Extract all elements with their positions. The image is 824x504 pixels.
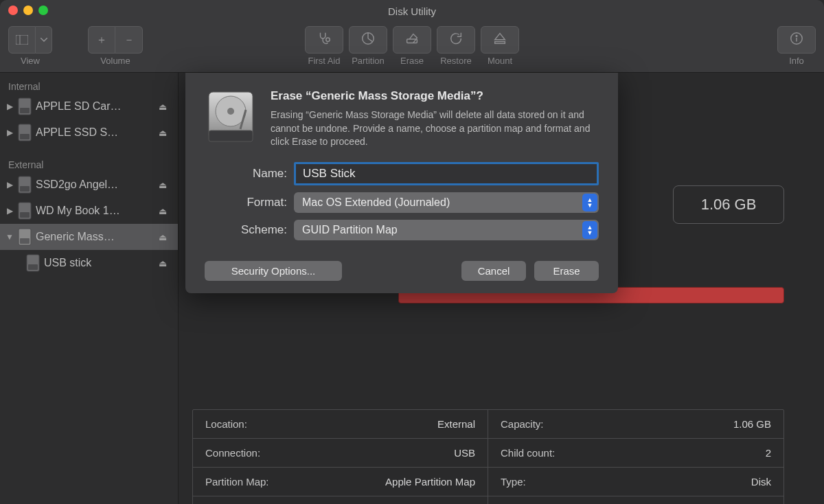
minus-icon: － <box>124 33 135 47</box>
info-key: Partition Map: <box>205 476 269 488</box>
info-row-location: Location: External <box>193 410 488 439</box>
format-value: Mac OS Extended (Journaled) <box>302 196 450 209</box>
eject-icon[interactable]: ⏏ <box>159 180 171 190</box>
info-button[interactable] <box>777 26 816 54</box>
format-label: Format: <box>205 196 294 209</box>
sidebar-header-external: External <box>0 155 178 172</box>
erase-confirm-button[interactable]: Erase <box>534 261 599 281</box>
sidebar-item-usb-stick[interactable]: USB stick ⏏ <box>0 250 178 276</box>
svg-rect-24 <box>209 130 253 141</box>
partition-button[interactable] <box>349 26 387 54</box>
sidebar-item-ssd2go[interactable]: ▶ SSD2go Angel… ⏏ <box>0 172 178 198</box>
svg-rect-16 <box>20 212 30 218</box>
plus-icon: ＋ <box>96 33 107 47</box>
main: Internal ▶ APPLE SD Car… ⏏ ▶ APPLE SSD S… <box>0 73 824 504</box>
scheme-value: GUID Partition Map <box>302 224 398 236</box>
capacity-pill: 1.06 GB <box>673 185 784 224</box>
sidebar-item-label: USB stick <box>44 257 154 269</box>
info-val: 1.06 GB <box>733 418 771 430</box>
chevron-down-icon[interactable]: ▼ <box>5 232 14 242</box>
external-disk-icon <box>18 202 32 220</box>
remove-volume-button[interactable]: － <box>115 26 143 54</box>
mount-button[interactable] <box>481 26 519 54</box>
sidebar-item-label: Generic Mass… <box>36 231 154 243</box>
info-row-partition-map: Partition Map: Apple Partition Map <box>193 468 488 496</box>
security-options-button[interactable]: Security Options... <box>205 261 342 281</box>
updown-chevron-icon: ▲▼ <box>582 221 597 239</box>
chevron-right-icon[interactable]: ▶ <box>5 128 14 137</box>
svg-rect-14 <box>20 186 30 192</box>
first-aid-label: First Aid <box>308 56 341 66</box>
eject-icon[interactable]: ⏏ <box>159 258 171 268</box>
svg-rect-18 <box>20 238 30 244</box>
view-button[interactable] <box>8 26 52 54</box>
eject-icon[interactable]: ⏏ <box>159 206 171 216</box>
eject-icon[interactable]: ⏏ <box>159 102 171 112</box>
cancel-button[interactable]: Cancel <box>461 261 526 281</box>
info-val: Apple Partition Map <box>385 476 475 488</box>
sidebar-item-apple-sd[interactable]: ▶ APPLE SD Car… ⏏ <box>0 93 178 119</box>
name-input[interactable] <box>294 162 599 185</box>
disk-icon <box>18 124 32 141</box>
format-select[interactable]: Mac OS Extended (Journaled) ▲▼ <box>294 192 599 213</box>
chevron-right-icon[interactable]: ▶ <box>5 180 14 190</box>
info-val: 2 <box>766 447 771 459</box>
info-key: Connection: <box>205 447 260 459</box>
toolbar: View ＋ － Volume First Aid Partition <box>0 22 824 73</box>
volume-segments: ＋ － <box>88 26 143 54</box>
view-dropdown-icon[interactable] <box>36 26 52 54</box>
disk-icon <box>18 98 32 115</box>
info-row-type: Type: Disk <box>488 468 783 496</box>
svg-rect-0 <box>16 35 28 45</box>
info-row-child-count: Child count: 2 <box>488 439 783 468</box>
volume-label: Volume <box>100 56 130 66</box>
close-window-button[interactable] <box>8 5 18 15</box>
info-val: External <box>437 418 475 430</box>
eject-icon[interactable]: ⏏ <box>159 128 171 138</box>
add-volume-button[interactable]: ＋ <box>88 26 115 54</box>
sidebar-item-wdmybook[interactable]: ▶ WD My Book 1… ⏏ <box>0 198 178 224</box>
svg-rect-10 <box>20 108 30 113</box>
info-row-smart: SMART status: Not Supported <box>193 496 488 504</box>
erase-icon <box>404 31 420 49</box>
info-val: USB <box>454 447 475 459</box>
restore-button[interactable] <box>437 26 475 54</box>
view-label: View <box>21 56 40 66</box>
chevron-right-icon[interactable]: ▶ <box>5 102 14 111</box>
zoom-window-button[interactable] <box>38 5 48 15</box>
info-val: Disk <box>751 476 771 488</box>
info-grid: Location: External Connection: USB Parti… <box>192 409 784 504</box>
scheme-label: Scheme: <box>205 223 294 237</box>
updown-chevron-icon: ▲▼ <box>582 194 597 211</box>
restore-label: Restore <box>440 56 472 66</box>
sidebar-toggle-icon[interactable] <box>8 26 36 54</box>
name-label: Name: <box>205 167 294 181</box>
svg-point-23 <box>227 108 234 115</box>
eject-icon[interactable]: ⏏ <box>159 232 171 242</box>
sidebar: Internal ▶ APPLE SD Car… ⏏ ▶ APPLE SSD S… <box>0 73 179 504</box>
svg-point-8 <box>796 35 797 36</box>
minimize-window-button[interactable] <box>23 5 33 15</box>
erase-button[interactable] <box>393 26 431 54</box>
restore-icon <box>448 31 464 49</box>
info-row-device: Device: disk9 <box>488 496 783 504</box>
mount-icon <box>492 31 507 49</box>
hard-drive-icon <box>205 89 257 150</box>
erase-dialog: Erase “Generic Mass Storage Media”? Eras… <box>185 73 618 293</box>
svg-rect-5 <box>495 42 505 44</box>
scheme-select[interactable]: GUID Partition Map ▲▼ <box>294 220 599 240</box>
info-row-capacity: Capacity: 1.06 GB <box>488 410 783 439</box>
dialog-description: Erasing “Generic Mass Storage Media” wil… <box>271 108 599 149</box>
sidebar-item-generic-mass[interactable]: ▼ Generic Mass… ⏏ <box>0 224 178 250</box>
mount-label: Mount <box>488 56 512 66</box>
info-row-connection: Connection: USB <box>193 439 488 468</box>
sidebar-item-label: SSD2go Angel… <box>36 179 154 191</box>
sidebar-item-apple-ssd[interactable]: ▶ APPLE SSD S… ⏏ <box>0 119 178 146</box>
volume-icon <box>26 254 40 272</box>
info-key: Location: <box>205 418 247 430</box>
chevron-right-icon[interactable]: ▶ <box>5 206 14 216</box>
dialog-title: Erase “Generic Mass Storage Media”? <box>271 89 599 103</box>
traffic-lights <box>8 5 48 15</box>
info-key: Capacity: <box>501 418 544 430</box>
first-aid-button[interactable] <box>305 26 343 54</box>
